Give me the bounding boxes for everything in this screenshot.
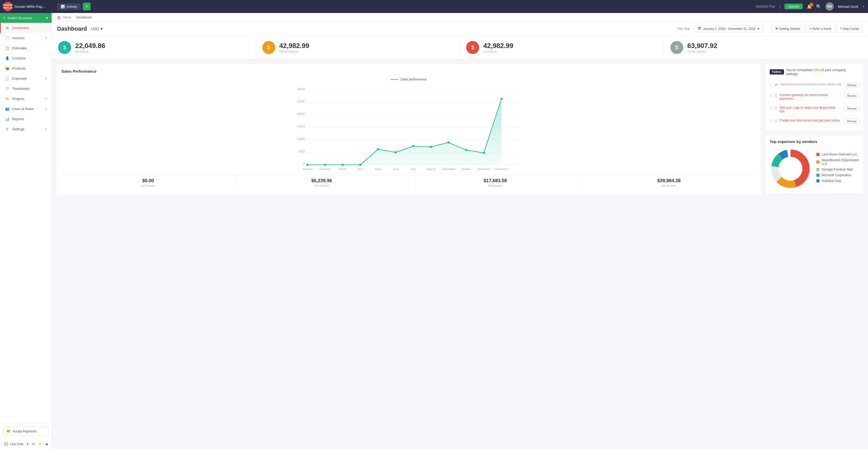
- accept-payments-label: Accept Payments: [12, 429, 37, 433]
- expenses-title: Top expenses by vendors: [770, 139, 860, 144]
- svg-text:December: December: [495, 168, 508, 171]
- sidebar-label-settings: Settings: [12, 127, 24, 131]
- legend-label-microsoft: Microsoft Corporation: [822, 173, 851, 177]
- activity-tab[interactable]: 📊 Activity: [57, 3, 81, 10]
- drag-icon: ⠿: [770, 93, 772, 97]
- switch-business-bar[interactable]: + Switch Business ▼: [0, 13, 52, 23]
- live-chat-button[interactable]: 💬 Live Chat ⬇ ✉ ⚡ ◀: [0, 439, 52, 449]
- q3-amount: $17,683.58: [413, 178, 578, 183]
- notifications-icon[interactable]: 🔔 3: [807, 4, 812, 9]
- sidebar-item-dashboard[interactable]: ⊞ Dashboard: [0, 23, 52, 33]
- legend-label-hubspot: HubSpot Corp: [822, 179, 841, 183]
- main-grid: Sales Performance Sales performance 0: [52, 59, 868, 200]
- sidebar-item-products[interactable]: 📦 Products: [0, 63, 52, 73]
- legend-item-hubspot: HubSpot Corp: [816, 179, 860, 183]
- check-icon-done: ✔: [775, 83, 778, 87]
- upgrade-button[interactable]: Upgrade: [784, 4, 803, 9]
- switch-caret-icon: ▼: [45, 16, 49, 20]
- sidebar-label-estimates: Estimates: [12, 46, 27, 50]
- main-content: 🏠 Home / Dashboard Dashboard USD ▼ This …: [52, 13, 868, 449]
- sidebar-item-reports[interactable]: 📊 Reports: [0, 114, 52, 124]
- quarter-2: $6,239.96 2nd Quarter: [235, 175, 409, 190]
- activity-icon: 📊: [61, 5, 65, 8]
- user-name: Michael Scott: [838, 5, 858, 8]
- top-nav: DUNDERMIFFLIN Dunder Mifflin Pap... 📊 Ac…: [0, 0, 868, 13]
- getting-started-label: Getting Started: [779, 27, 800, 31]
- share-icon: ↗: [809, 27, 811, 31]
- drag-icon: ⠿: [770, 106, 772, 110]
- svg-text:February: February: [319, 168, 331, 171]
- invoices-caret-icon: ▼: [45, 37, 48, 39]
- quarter-3: $17,683.58 3rd Quarter: [409, 175, 582, 190]
- legend-dot-hubspot: [816, 179, 819, 182]
- sidebar-item-users-roles[interactable]: 👥 Users & Roles ▼: [0, 104, 52, 114]
- svg-text:April: April: [358, 168, 363, 171]
- period-label: This Year: [677, 27, 690, 31]
- user-caret[interactable]: ▼: [862, 5, 865, 8]
- help-icon: ?: [840, 27, 842, 31]
- credit-card-icon: 💳: [6, 429, 10, 433]
- receivables-value: 42,982.99: [279, 42, 309, 50]
- avatar[interactable]: MS: [826, 2, 834, 11]
- svg-text:5000: 5000: [299, 150, 305, 153]
- users-icon: 👥: [5, 107, 9, 111]
- timesheets-icon: ⏱: [5, 87, 9, 91]
- users-caret-icon: ▼: [45, 108, 48, 110]
- revenue-icon: $: [58, 41, 71, 54]
- plan-label: Standard Plan: [756, 5, 775, 8]
- expenses-caret-icon: ▼: [45, 77, 48, 80]
- svg-text:September: September: [441, 168, 456, 171]
- breadcrumb-home[interactable]: Home: [63, 16, 71, 19]
- header-actions: ⚑ Getting Started ↗ Refer a friend ? Hel…: [772, 25, 863, 32]
- todos-card: Todos: You've completed 25% of your comp…: [765, 64, 864, 131]
- chart-dot: [483, 152, 485, 154]
- svg-text:10000: 10000: [297, 137, 305, 141]
- accept-payments-button[interactable]: 💳 Accept Payments: [3, 427, 49, 436]
- sidebar-item-contacts[interactable]: 👤 Contacts: [0, 53, 52, 63]
- expenses-card: Top expenses by vendors: [765, 135, 864, 194]
- add-button[interactable]: +: [83, 3, 91, 10]
- total-sales-label: TOTAL SALES: [687, 50, 717, 53]
- check-icon-pending: □: [775, 119, 777, 123]
- donut-center: [778, 157, 802, 181]
- review-gateway-button[interactable]: Review: [844, 93, 860, 98]
- svg-text:August: August: [427, 168, 435, 171]
- collapse-icon[interactable]: ◀: [45, 442, 48, 446]
- revenue-value: 22,049.86: [75, 42, 105, 50]
- review-logo-button[interactable]: Review: [844, 106, 860, 111]
- chart-dot: [359, 164, 361, 166]
- svg-text:May: May: [375, 168, 381, 171]
- legend-label-land-rover: Land Rover Gwinnett LLC: [822, 153, 857, 156]
- help-center-button[interactable]: ? Help Center: [837, 25, 863, 32]
- chat-icon: 💬: [4, 442, 8, 446]
- chart-area: 0 5000 10000 15000 20000 25000 30000: [61, 84, 756, 173]
- review-invoice-button[interactable]: Review: [844, 119, 860, 124]
- contacts-icon: 👤: [5, 56, 9, 60]
- getting-started-button[interactable]: ⚑ Getting Started: [772, 25, 803, 32]
- currency-selector[interactable]: USD ▼: [91, 27, 103, 31]
- drag-icon: ⠿: [770, 83, 772, 87]
- rss-icon: ⚡: [38, 442, 42, 446]
- refer-friend-button[interactable]: ↗ Refer a friend: [805, 25, 835, 32]
- chart-dot: [465, 149, 467, 151]
- search-icon[interactable]: 🔍: [816, 4, 821, 9]
- date-range-text: January 1, 2020 - December 31, 2020: [703, 27, 755, 31]
- sidebar-label-timesheets: Timesheets: [12, 87, 30, 91]
- sidebar-item-projects[interactable]: 📁 Projects ▼: [0, 94, 52, 104]
- overdue-label: OVERDUE: [483, 50, 514, 53]
- plus-icon: +: [3, 16, 5, 20]
- sidebar-item-expenses[interactable]: 🧾 Expenses ▼: [0, 73, 52, 84]
- date-picker-button[interactable]: 📅 January 1, 2020 - December 31, 2020 ▼: [694, 25, 764, 32]
- todo-item-gateway: ⠿ □ Connect gateway for online invoice p…: [770, 91, 860, 103]
- expenses-content: Land Rover Gwinnett LLC NeverBounce Orga…: [770, 148, 860, 189]
- sidebar-item-timesheets[interactable]: ⏱ Timesheets: [0, 84, 52, 94]
- sidebar-item-estimates[interactable]: 📋 Estimates: [0, 43, 52, 53]
- todo-label-invoice: Create your first invoice and get paid o…: [779, 119, 842, 122]
- breadcrumb: 🏠 Home / Dashboard: [52, 13, 868, 22]
- sidebar-item-settings[interactable]: ⚙ Settings ▼: [0, 124, 52, 134]
- receivables-icon: $: [262, 41, 275, 54]
- sidebar-item-invoices[interactable]: 📄 Invoices ▼: [0, 33, 52, 43]
- review-business-button[interactable]: Review: [844, 83, 860, 88]
- overdue-value: 42,982.99: [483, 42, 514, 50]
- legend-dot-neverbounce: [816, 160, 819, 163]
